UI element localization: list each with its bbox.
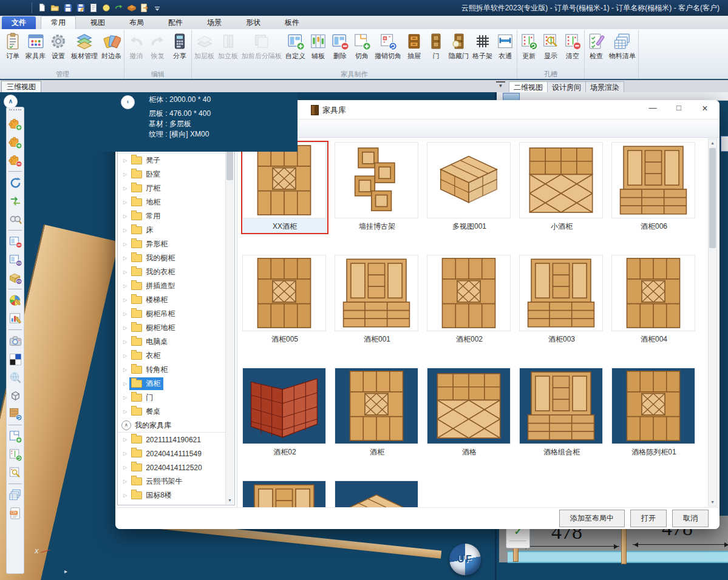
menu-tab-布局[interactable]: 布局 (120, 16, 154, 29)
ribbon-button-封边条[interactable]: 封边条 (100, 30, 123, 67)
expander-icon[interactable]: ▷ (123, 255, 127, 261)
expander-icon[interactable]: ▷ (123, 339, 127, 345)
ribbon-button-家具库[interactable]: 家具库 (24, 30, 47, 67)
open-button[interactable]: 打开 (630, 510, 667, 527)
collapse-panel-icon[interactable]: ▸ (64, 568, 67, 575)
tree-item-门[interactable]: ▷门 (118, 391, 234, 405)
expander-icon[interactable]: ▷ (123, 172, 127, 177)
close-icon[interactable]: × (700, 103, 710, 114)
screenshot-icon[interactable] (7, 332, 23, 350)
tree-item-凳子[interactable]: ▷凳子 (118, 153, 234, 167)
tree-item-云熙书架牛[interactable]: ▷云熙书架牛 (118, 474, 234, 488)
ribbon-button-衣通[interactable]: 衣通 (494, 30, 516, 67)
order-list-icon[interactable] (88, 2, 99, 13)
library-item-酒柜002[interactable]: 酒柜002 (427, 255, 512, 346)
ribbon-button-切角[interactable]: 切角 (351, 30, 373, 67)
expander-icon[interactable]: ▷ (123, 367, 127, 373)
menu-tab-板件[interactable]: 板件 (275, 16, 309, 29)
tree-item-国标8楼[interactable]: ▷国标8楼 (118, 488, 234, 502)
expander-icon[interactable]: ▷ (123, 214, 127, 219)
tree-item-餐桌[interactable]: ▷餐桌 (118, 405, 234, 419)
tree-item-楼梯柜[interactable]: ▷楼梯柜 (118, 293, 234, 307)
tab-设计房间[interactable]: 设计房间 (548, 81, 586, 93)
find-view-icon[interactable] (7, 210, 23, 228)
panel-options-icon[interactable]: ▼ (496, 81, 505, 91)
tab-场景渲染[interactable]: 场景渲染 (586, 81, 624, 93)
library-item-XX酒柜[interactable]: XX酒柜 (242, 142, 327, 233)
ribbon-button-加层板[interactable]: 加层板 (192, 30, 216, 67)
expander-icon[interactable]: ▷ (123, 353, 127, 359)
texture-board-icon[interactable] (7, 405, 23, 423)
expander-icon[interactable]: ▷ (123, 381, 127, 386)
expander-icon[interactable]: ▷ (123, 325, 127, 331)
library-item-酒柜004[interactable]: 酒柜004 (611, 255, 696, 346)
expander-icon[interactable]: ▷ (123, 409, 127, 414)
ribbon-button-抽屉[interactable]: 抽屉 (403, 30, 425, 67)
tree-item-厅柜[interactable]: ▷厅柜 (118, 181, 234, 195)
menu-tab-场景[interactable]: 场景 (197, 16, 231, 29)
ribbon-button-检查[interactable]: 检查 (585, 30, 607, 67)
library-item[interactable] (242, 481, 327, 507)
library-item-酒柜[interactable]: 酒柜 (335, 368, 420, 459)
refresh-view-icon[interactable] (7, 174, 23, 192)
tree-item-转角柜[interactable]: ▷转角柜 (118, 363, 234, 377)
chart-edit-icon[interactable] (7, 309, 23, 328)
expander-icon[interactable]: ▷ (123, 395, 127, 400)
tree-item-橱柜吊柜[interactable]: ▷橱柜吊柜 (118, 307, 234, 321)
library-item-酒格[interactable]: 酒格 (427, 368, 512, 459)
hide-box-icon[interactable] (7, 269, 23, 287)
expander-icon[interactable]: ▷ (123, 158, 127, 163)
ribbon-button-门[interactable]: 门 (425, 30, 447, 67)
ribbon-button-恢复[interactable]: 恢复 (147, 30, 169, 67)
menu-tab-常用[interactable]: 常用 (41, 16, 76, 29)
expander-icon[interactable]: ▷ (123, 479, 127, 484)
tab-3d-view[interactable]: 三维视图 (1, 81, 41, 92)
export-model-icon[interactable] (7, 133, 23, 151)
ribbon-button-清空[interactable]: 清空 (562, 30, 583, 67)
tree-item-床[interactable]: ▷床 (118, 223, 234, 237)
redo-arrow-icon[interactable] (114, 2, 124, 13)
maximize-icon[interactable]: □ (674, 103, 684, 114)
board-update-icon[interactable] (7, 445, 23, 464)
wireframe-cube-icon[interactable] (7, 386, 23, 405)
add-to-layout-button[interactable]: 添加至布局中 (559, 510, 625, 527)
library-item-酒柜006[interactable]: 酒柜006 (611, 142, 696, 233)
board-preview-icon[interactable] (7, 464, 23, 482)
library-item-酒格组合柜[interactable]: 酒格组合柜 (519, 368, 604, 459)
tree-item-拼插造型[interactable]: ▷拼插造型 (118, 279, 234, 293)
color-swatch-icon[interactable] (7, 350, 23, 368)
tree-item-酒柜[interactable]: ▷酒柜 (118, 377, 234, 391)
ribbon-button-加前后分隔板[interactable]: 加前后分隔板 (240, 30, 284, 67)
ribbon-button-分享[interactable]: 分享 (169, 30, 191, 67)
tree-item-我的衣柜[interactable]: ▷我的衣柜 (118, 265, 234, 279)
menu-tab-文件[interactable]: 文件 (2, 16, 36, 29)
collapse-up-icon[interactable]: ∧ (4, 95, 18, 109)
expander-icon[interactable]: ▷ (123, 283, 127, 289)
open-file-icon[interactable] (50, 2, 61, 13)
share-file-icon[interactable] (139, 2, 150, 13)
tree-item-卧室[interactable]: ▷卧室 (118, 167, 234, 181)
ribbon-button-显示[interactable]: 显示 (540, 30, 562, 67)
expander-icon[interactable]: ▷ (123, 493, 127, 498)
tree-item-衣柜[interactable]: ▷衣柜 (118, 349, 234, 363)
tree-item-电脑桌[interactable]: ▷电脑桌 (118, 335, 234, 349)
tree-item-20211114190621[interactable]: ▷20211114190621 (118, 433, 234, 447)
sheet-list-icon[interactable] (7, 486, 23, 504)
library-item-墙挂博古架[interactable]: 墙挂博古架 (335, 142, 420, 233)
ribbon-button-加立板[interactable]: 加立板 (216, 30, 240, 67)
tree-item-我的橱柜[interactable]: ▷我的橱柜 (118, 251, 234, 265)
hide-panel-icon[interactable] (7, 251, 23, 269)
menu-tab-视图[interactable]: 视图 (81, 16, 115, 29)
library-item-酒格陈列柜01[interactable]: 酒格陈列柜01 (611, 368, 696, 459)
library-item-酒柜001[interactable]: 酒柜001 (335, 255, 420, 346)
ribbon-button-物料清单[interactable]: 物料清单 (607, 30, 638, 67)
expander-icon[interactable]: ▷ (123, 465, 127, 470)
tree-item-常用[interactable]: ▷常用 (118, 209, 234, 223)
ribbon-button-隐藏门[interactable]: 隐藏门 (447, 30, 471, 67)
cancel-button[interactable]: 取消 (672, 510, 709, 527)
delete-panel-icon[interactable] (7, 232, 23, 251)
ribbon-button-删除[interactable]: 删除 (329, 30, 351, 67)
tree-item-20240414112520[interactable]: ▷20240414112520 (118, 460, 234, 474)
library-item-多视图001[interactable]: 多视图001 (427, 142, 512, 233)
tree-item-异形柜[interactable]: ▷异形柜 (118, 237, 234, 251)
